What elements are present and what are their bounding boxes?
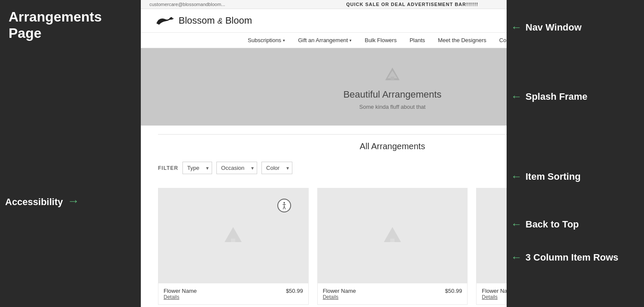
- nav-gift-arrangement[interactable]: Gift an Arrangement ▾: [298, 37, 352, 43]
- product-price-1: $50.99: [286, 288, 303, 294]
- accessibility-arrow: →: [67, 194, 79, 208]
- product-info-1: Flower Name $50.99 Details: [158, 283, 308, 304]
- splash-subtitle: Some kinda fluff about that: [359, 104, 425, 110]
- color-filter-wrapper: Color: [261, 162, 292, 174]
- svg-rect-7: [231, 239, 235, 242]
- nav-window-label-container: ← Nav Window: [511, 21, 640, 34]
- splash-frame-label-text: Splash Frame: [526, 91, 587, 102]
- type-filter-wrapper: Type: [182, 162, 212, 174]
- svg-point-12: [283, 202, 285, 203]
- nav-bulk-flowers[interactable]: Bulk Flowers: [365, 37, 396, 43]
- type-filter-select[interactable]: Type: [182, 162, 212, 174]
- filter-row: FILTER Type Occasion Color: [158, 157, 292, 181]
- product-info-2: Flower Name $50.99 Details: [318, 283, 468, 304]
- nav-meet-designers[interactable]: Meet the Designers: [438, 37, 486, 43]
- product-name-price-2: Flower Name $50.99: [323, 288, 462, 294]
- right-panel: ← Nav Window ← Splash Frame ← Item Sorti…: [507, 0, 644, 307]
- topbar-email: customercare@blossomandbloom...: [149, 2, 225, 7]
- color-filter-select[interactable]: Color: [261, 162, 292, 174]
- nav-window-left-arrow-icon: ←: [511, 21, 522, 34]
- product-card: Flower Name $50.99 Details: [317, 188, 468, 305]
- logo-ampersand: &: [217, 17, 222, 25]
- svg-rect-9: [390, 239, 395, 242]
- splash-title: Beautiful Arrangements: [343, 89, 442, 100]
- subscriptions-chevron-icon: ▾: [283, 38, 285, 43]
- three-col-left-arrow-icon: ←: [511, 251, 522, 264]
- back-to-top-label-container: ← Back to Top: [511, 218, 640, 231]
- product-price-2: $50.99: [445, 288, 462, 294]
- topbar-promo: QUICK SALE OR DEAL ADVERTISEMENT BAR!!!!…: [346, 2, 478, 7]
- product-name-2: Flower Name: [323, 288, 356, 294]
- splash-logo-icon: [382, 64, 403, 86]
- product-placeholder-icon-2: [380, 223, 405, 249]
- logo-text: Blossom & Bloom: [179, 15, 252, 26]
- annotation-panel: Arrangements Page Accessibility →: [0, 0, 141, 307]
- item-sorting-label-container: ← Item Sorting: [511, 170, 640, 183]
- svg-rect-5: [391, 77, 394, 80]
- occasion-filter-select[interactable]: Occasion: [216, 162, 257, 174]
- product-name-price-1: Flower Name $50.99: [164, 288, 303, 294]
- item-sorting-left-arrow-icon: ←: [511, 170, 522, 183]
- accessibility-icon: [280, 201, 289, 210]
- product-details-link-2[interactable]: Details: [323, 294, 462, 300]
- nav-window-label-text: Nav Window: [526, 22, 582, 33]
- three-column-label-container: ← 3 Column Item Rows: [511, 251, 640, 264]
- logo-bird-icon: [154, 14, 175, 27]
- site-logo[interactable]: Blossom & Bloom: [154, 14, 252, 27]
- splash-frame-label-container: ← Splash Frame: [511, 90, 640, 103]
- splash-frame-left-arrow-icon: ←: [511, 90, 522, 103]
- back-to-top-label-text: Back to Top: [526, 219, 579, 230]
- product-details-link-1[interactable]: Details: [164, 294, 303, 300]
- product-image-2: [318, 188, 468, 283]
- gift-chevron-icon: ▾: [349, 38, 352, 43]
- three-column-label-text: 3 Column Item Rows: [526, 252, 618, 263]
- item-sorting-label-text: Item Sorting: [526, 171, 580, 182]
- nav-subscriptions[interactable]: Subscriptions ▾: [248, 37, 285, 43]
- page-title: Arrangements Page: [0, 0, 141, 50]
- back-to-top-left-arrow-icon: ←: [511, 218, 522, 231]
- section-title: All Arrangements: [360, 141, 425, 151]
- accessibility-button[interactable]: [277, 199, 291, 212]
- nav-plants[interactable]: Plants: [410, 37, 425, 43]
- filter-label: FILTER: [158, 165, 178, 171]
- accessibility-annotation: Accessibility →: [5, 194, 79, 208]
- occasion-filter-wrapper: Occasion: [216, 162, 257, 174]
- product-placeholder-icon-1: [220, 223, 246, 249]
- product-name-1: Flower Name: [164, 288, 197, 294]
